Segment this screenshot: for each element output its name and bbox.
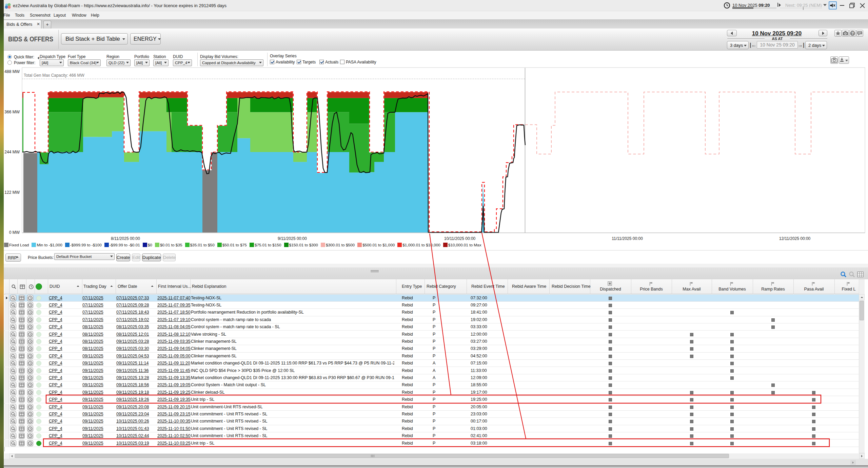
svg-text:Total Gen Max Capacity: 466 MW: Total Gen Max Capacity: 466 MW [24,73,84,78]
